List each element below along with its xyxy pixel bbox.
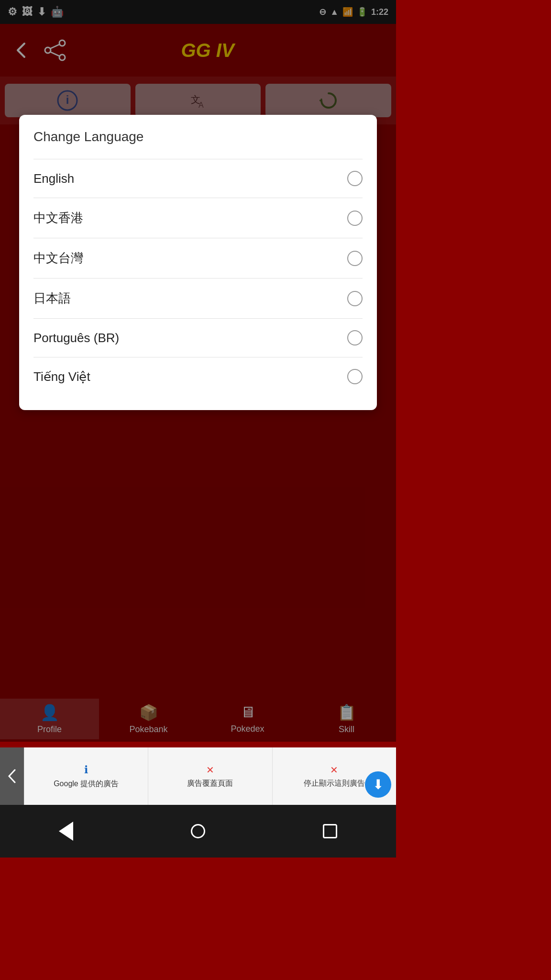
- radio-ja[interactable]: [347, 291, 363, 306]
- ad-back-button[interactable]: [0, 747, 24, 805]
- modal-title: Change Language: [33, 129, 363, 149]
- language-option-english[interactable]: English: [33, 159, 363, 198]
- language-label-zh-hk: 中文香港: [33, 210, 83, 226]
- language-label-vi: Tiếng Việt: [33, 369, 90, 384]
- back-system-button[interactable]: [52, 817, 80, 846]
- google-info-icon: ℹ: [84, 764, 88, 776]
- radio-zh-hk[interactable]: [347, 211, 363, 226]
- home-circle-icon: [191, 824, 205, 838]
- system-bar: [0, 805, 396, 858]
- recents-square-icon: [323, 824, 337, 838]
- language-label-ja: 日本語: [33, 290, 71, 307]
- home-system-button[interactable]: [184, 817, 212, 846]
- language-option-vi[interactable]: Tiếng Việt: [33, 357, 363, 396]
- recents-system-button[interactable]: [316, 817, 344, 846]
- ad-close-label-1: 廣告覆蓋頁面: [187, 779, 233, 789]
- radio-pt-br[interactable]: [347, 330, 363, 345]
- radio-zh-tw[interactable]: [347, 251, 363, 266]
- ad-close-cover[interactable]: ✕ 廣告覆蓋頁面: [148, 747, 272, 805]
- language-option-pt-br[interactable]: Português (BR): [33, 318, 363, 357]
- language-label-zh-tw: 中文台灣: [33, 250, 83, 267]
- download-fab[interactable]: ⬇: [365, 771, 391, 798]
- language-label-pt-br: Português (BR): [33, 331, 119, 345]
- language-label-english: English: [33, 171, 74, 186]
- ad-google-label: Google 提供的廣告: [54, 779, 119, 789]
- ad-close-icon-1: ✕: [206, 764, 214, 776]
- ad-bar: ℹ Google 提供的廣告 ✕ 廣告覆蓋頁面 ✕ 停止顯示這則廣告: [0, 747, 396, 805]
- language-option-zh-tw[interactable]: 中文台灣: [33, 238, 363, 278]
- back-triangle-icon: [59, 822, 73, 841]
- change-language-modal: Change Language English 中文香港 中文台灣 日本語 Po…: [19, 115, 377, 410]
- ad-close-label-2: 停止顯示這則廣告: [304, 779, 365, 789]
- download-fab-icon: ⬇: [373, 777, 384, 792]
- language-option-zh-hk[interactable]: 中文香港: [33, 198, 363, 238]
- ad-close-icon-2: ✕: [330, 764, 338, 776]
- radio-english[interactable]: [347, 171, 363, 186]
- ad-google[interactable]: ℹ Google 提供的廣告: [24, 747, 148, 805]
- language-option-ja[interactable]: 日本語: [33, 278, 363, 318]
- radio-vi[interactable]: [347, 369, 363, 384]
